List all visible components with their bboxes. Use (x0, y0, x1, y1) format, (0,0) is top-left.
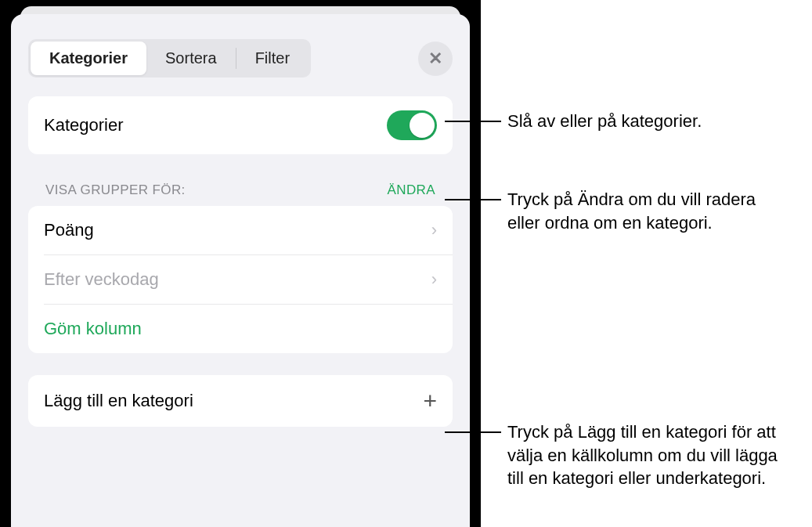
categories-toggle-label: Kategorier (44, 115, 124, 135)
tab-categories[interactable]: Kategorier (31, 42, 146, 75)
group-row-poang[interactable]: Poäng › (28, 206, 453, 254)
tab-segmented-control: Kategorier Sortera Filter (28, 39, 311, 78)
edit-button[interactable]: ÄNDRA (387, 182, 435, 198)
groups-header-label: VISA GRUPPER FÖR: (45, 182, 186, 198)
callout-toggle: Slå av eller på kategorier. (507, 110, 702, 133)
callout-edit: Tryck på Ändra om du vill radera eller o… (507, 188, 766, 234)
hide-column-button[interactable]: Göm kolumn (44, 304, 453, 353)
chevron-right-icon: › (431, 269, 437, 290)
add-category-button[interactable]: Lägg till en kategori + (28, 375, 453, 427)
categories-sheet: Kategorier Sortera Filter ✕ Kategorier V… (11, 14, 470, 527)
plus-icon: + (423, 389, 437, 413)
chevron-right-icon: › (431, 220, 437, 240)
group-row-label: Efter veckodag (44, 269, 159, 290)
add-category-label: Lägg till en kategori (44, 391, 193, 411)
tab-sort[interactable]: Sortera (146, 42, 236, 75)
group-row-veckodag[interactable]: Efter veckodag › (44, 254, 453, 304)
hide-column-label: Göm kolumn (44, 319, 142, 339)
tab-filter[interactable]: Filter (236, 42, 309, 75)
categories-toggle[interactable] (387, 110, 437, 140)
close-button[interactable]: ✕ (418, 42, 453, 76)
group-row-label: Poäng (44, 220, 94, 240)
callout-add: Tryck på Lägg till en kategori för att v… (507, 421, 797, 490)
close-icon: ✕ (428, 49, 442, 69)
